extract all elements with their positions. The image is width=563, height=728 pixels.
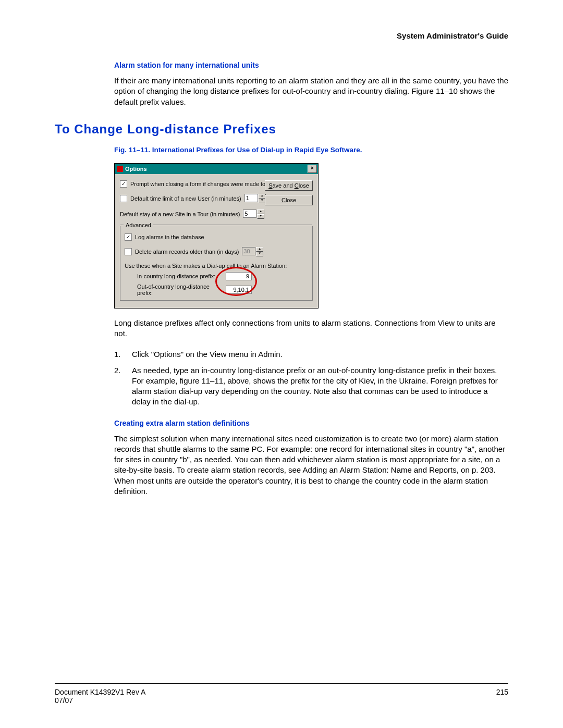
close-icon[interactable]: × <box>308 165 317 173</box>
spinner-buttons[interactable]: ▲▼ <box>257 209 264 219</box>
footer-page-number: 215 <box>496 688 508 705</box>
figure-caption: Fig. 11–11. International Prefixes for U… <box>114 146 508 154</box>
btn-text: ave and <box>273 182 295 189</box>
subheading-extra-definitions: Creating extra alarm station definitions <box>114 419 508 427</box>
btn-text: C <box>295 182 299 189</box>
prompt-checkbox[interactable] <box>120 180 127 188</box>
advanced-group: Advanced Log alarms in the database Dele… <box>120 226 313 301</box>
options-dialog: Options × Save and Close Close Prompt wh… <box>114 163 319 309</box>
out-country-label: Out-of-country long-distance prefix: <box>137 283 226 296</box>
list-item: 2. As needed, type an in-country long-di… <box>114 365 508 408</box>
page-footer: Document K14392V1 Rev A 07/07 215 <box>55 683 508 705</box>
close-button[interactable]: Close <box>265 195 313 205</box>
advanced-legend: Advanced <box>124 222 153 228</box>
footer-doc-id: Document K14392V1 Rev A <box>55 688 145 696</box>
log-alarms-checkbox[interactable] <box>125 233 132 241</box>
out-country-prefix-input[interactable] <box>226 286 252 294</box>
in-country-prefix-input[interactable] <box>226 272 252 280</box>
steps-list: 1. Click "Options" on the View menu in A… <box>114 349 508 407</box>
default-stay-input[interactable] <box>243 209 256 218</box>
paragraph-extra-definitions: The simplest solution when many internat… <box>114 434 508 497</box>
section-title-change-prefixes: To Change Long-distance Prefixes <box>55 122 508 137</box>
delete-records-label: Delete alarm records older than (in days… <box>135 249 239 255</box>
list-number: 2. <box>114 365 132 408</box>
page-header: System Administrator's Guide <box>55 31 508 40</box>
dialog-title: Options <box>125 166 147 172</box>
app-icon <box>117 166 123 172</box>
list-number: 1. <box>114 349 132 360</box>
default-stay-label: Default stay of a new Site in a Tour (in… <box>120 211 240 217</box>
in-country-label: In-country long-distance prefix: <box>137 273 226 279</box>
use-these-label: Use these when a Site makes a Dial-up ca… <box>125 263 287 269</box>
list-item: 1. Click "Options" on the View menu in A… <box>114 349 508 360</box>
btn-text: lose <box>299 182 309 189</box>
default-time-checkbox[interactable] <box>120 195 127 202</box>
step-1-text: Click "Options" on the View menu in Admi… <box>132 349 283 360</box>
delete-records-checkbox[interactable] <box>125 248 132 255</box>
default-time-label: Default time limit of a new User (in min… <box>130 195 241 202</box>
paragraph-intro: If their are many international units re… <box>114 76 508 107</box>
paragraph-after-figure: Long distance prefixes affect only conne… <box>114 318 508 339</box>
step-2-text: As needed, type an in-country long-dista… <box>132 365 508 408</box>
save-and-close-button[interactable]: Save and Close <box>265 180 313 191</box>
btn-text: lose <box>286 197 296 203</box>
dialog-titlebar: Options × <box>115 164 318 174</box>
default-time-input[interactable] <box>244 194 258 202</box>
footer-date: 07/07 <box>55 696 145 705</box>
btn-text: C <box>282 197 286 203</box>
log-alarms-label: Log alarms in the database <box>135 234 204 240</box>
btn-text: S <box>268 182 272 189</box>
delete-records-input[interactable] <box>242 247 255 255</box>
spinner-buttons[interactable]: ▲▼ <box>256 247 263 256</box>
subheading-alarm-station-intl: Alarm station for many international uni… <box>114 61 508 69</box>
